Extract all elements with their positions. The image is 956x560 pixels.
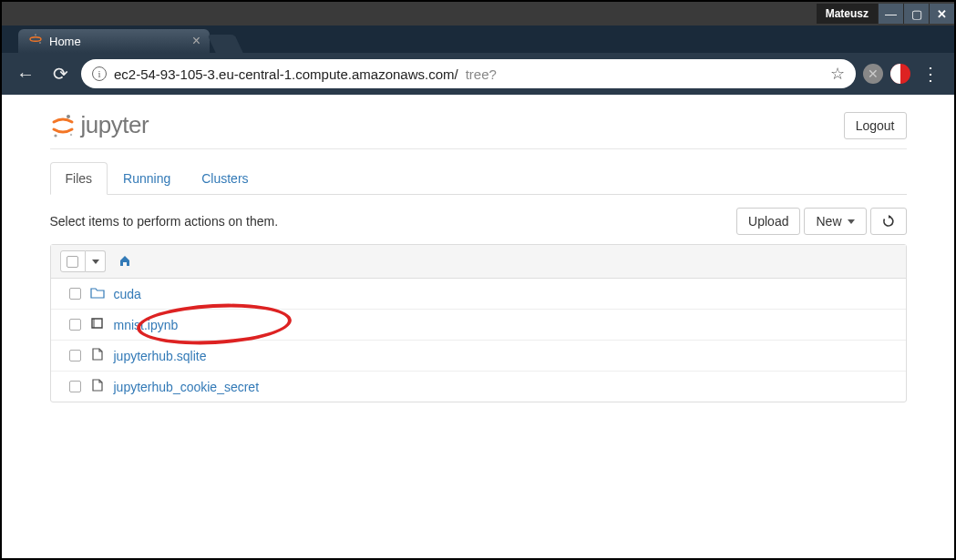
folder-icon [90, 286, 105, 301]
url-host: ec2-54-93-105-3.eu-central-1.compute.ama… [114, 66, 458, 82]
os-user: Mateusz [817, 4, 878, 24]
new-dropdown[interactable]: New [804, 208, 866, 235]
os-minimize-button[interactable]: — [878, 4, 903, 24]
extension-red-icon[interactable] [890, 64, 910, 84]
os-maximize-button[interactable]: ▢ [903, 4, 929, 24]
jupyter-logo[interactable]: jupyter [50, 111, 149, 139]
list-item: jupyterhub_cookie_secret [51, 372, 906, 402]
window-frame: Mateusz — ▢ ✕ Home × ← ⟳ i ec2-54-93-105… [0, 0, 956, 560]
browser-menu-icon[interactable]: ⋮ [918, 63, 945, 85]
jupyter-wordmark: jupyter [81, 111, 149, 139]
select-dropdown[interactable] [86, 250, 106, 272]
upload-button[interactable]: Upload [736, 208, 800, 235]
browser-tab[interactable]: Home × [18, 29, 210, 53]
list-item: cuda [51, 279, 906, 310]
extension-grey-icon[interactable]: ✕ [863, 64, 883, 84]
item-checkbox[interactable] [69, 319, 81, 331]
svg-point-1 [35, 34, 36, 36]
item-name[interactable]: jupyterhub.sqlite [114, 349, 207, 363]
bookmark-icon[interactable]: ☆ [830, 64, 845, 84]
svg-point-2 [39, 42, 41, 44]
list-item: jupyterhub.sqlite [51, 341, 906, 372]
list-item: mnist.ipynb [51, 310, 906, 341]
tab-title: Home [49, 35, 192, 48]
item-name[interactable]: cuda [114, 287, 141, 301]
file-listing: cuda mnist.ipynb jupyterhub.sqlite [50, 244, 907, 402]
list-header [51, 245, 906, 279]
home-icon[interactable] [118, 254, 131, 270]
site-info-icon[interactable]: i [92, 66, 107, 81]
svg-point-4 [54, 134, 57, 137]
os-titlebar: Mateusz — ▢ ✕ [2, 2, 954, 25]
file-icon [90, 348, 105, 363]
tab-files[interactable]: Files [50, 162, 108, 195]
url-path: tree? [466, 66, 497, 82]
tab-close-icon[interactable]: × [192, 33, 200, 49]
os-close-button[interactable]: ✕ [929, 4, 954, 24]
item-name[interactable]: jupyterhub_cookie_secret [114, 380, 260, 394]
svg-point-0 [30, 37, 41, 41]
caret-down-icon [92, 260, 99, 264]
new-tab-button[interactable] [207, 35, 242, 53]
selection-hint: Select items to perform actions on them. [50, 214, 279, 229]
caret-down-icon [848, 219, 855, 224]
logout-button[interactable]: Logout [844, 112, 907, 139]
new-label: New [816, 214, 841, 229]
browser-tabstrip: Home × [2, 25, 954, 53]
svg-point-3 [67, 115, 70, 118]
address-bar[interactable]: i ec2-54-93-105-3.eu-central-1.compute.a… [81, 59, 856, 88]
tab-clusters[interactable]: Clusters [186, 162, 263, 194]
jupyter-header: jupyter Logout [50, 111, 907, 149]
action-row: Select items to perform actions on them.… [50, 208, 907, 235]
dashboard-tabs: Files Running Clusters [50, 162, 907, 195]
item-checkbox[interactable] [69, 288, 81, 300]
browser-toolbar: ← ⟳ i ec2-54-93-105-3.eu-central-1.compu… [2, 53, 954, 95]
tab-running[interactable]: Running [108, 162, 186, 194]
svg-point-5 [69, 133, 71, 135]
page-body: jupyter Logout Files Running Clusters Se… [2, 95, 954, 558]
item-checkbox[interactable] [69, 350, 81, 361]
tab-favicon [29, 33, 42, 49]
item-checkbox[interactable] [69, 381, 81, 392]
back-button[interactable]: ← [11, 60, 40, 88]
reload-button[interactable]: ⟳ [47, 59, 74, 88]
notebook-icon [90, 317, 105, 332]
item-name[interactable]: mnist.ipynb [114, 318, 179, 332]
refresh-button[interactable] [870, 208, 907, 235]
select-all-checkbox[interactable] [60, 250, 86, 272]
file-icon [90, 379, 105, 394]
